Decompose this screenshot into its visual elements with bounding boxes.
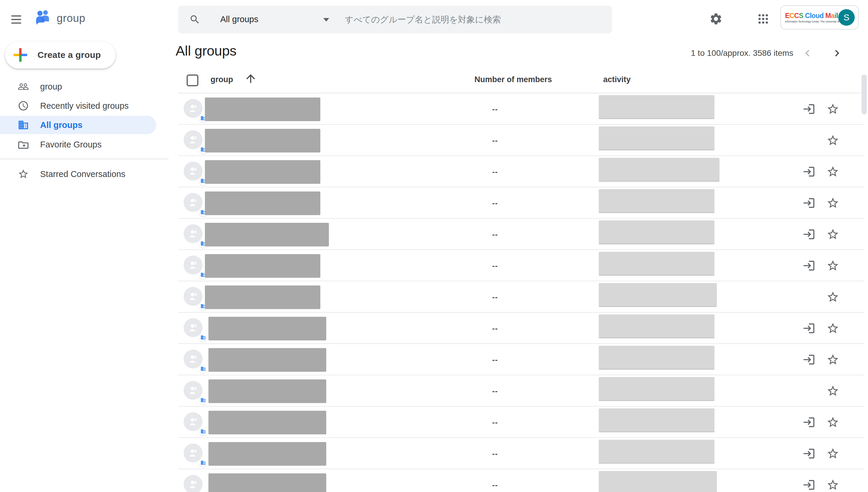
members-count: -- xyxy=(492,187,498,219)
table-row[interactable]: -- xyxy=(178,93,865,125)
brand-letter: l xyxy=(836,12,838,20)
table-row[interactable]: -- xyxy=(178,407,865,438)
sort-arrow-up-icon[interactable] xyxy=(244,72,257,86)
account-card[interactable]: ECCS Cloud Mail Information Technology C… xyxy=(780,5,859,29)
table-row[interactable]: -- xyxy=(178,438,865,469)
chevron-right-icon[interactable] xyxy=(831,47,843,60)
select-all-checkbox[interactable] xyxy=(187,74,199,86)
pagination-label: 1 to 100/approx. 3586 items xyxy=(691,48,793,58)
star-icon[interactable] xyxy=(826,385,839,397)
table-row[interactable]: -- xyxy=(178,250,865,281)
groups-table-body: -- -- xyxy=(178,93,865,492)
apps-grid-icon[interactable] xyxy=(753,8,774,29)
join-group-icon[interactable] xyxy=(803,228,815,241)
members-count: -- xyxy=(492,125,498,156)
search-input[interactable] xyxy=(345,6,605,33)
group-avatar xyxy=(184,287,203,306)
star-icon[interactable] xyxy=(826,102,839,116)
group-avatar xyxy=(184,99,203,118)
table-row[interactable]: -- xyxy=(178,469,865,492)
members-count: -- xyxy=(492,375,498,407)
star-icon[interactable] xyxy=(826,165,839,178)
sidebar-item-favorite-groups[interactable]: Favorite Groups xyxy=(0,136,156,154)
star-icon xyxy=(18,168,29,180)
table-row[interactable]: -- xyxy=(178,219,865,250)
chevron-down-icon[interactable] xyxy=(323,18,329,22)
sidebar-item-group[interactable]: group xyxy=(0,77,156,96)
group-name-redacted[interactable] xyxy=(208,348,326,372)
logo-text: group xyxy=(57,12,85,25)
group-name-redacted[interactable] xyxy=(208,473,326,492)
table-row[interactable]: -- xyxy=(178,125,865,156)
members-count: -- xyxy=(492,407,498,438)
chevron-left-icon[interactable] xyxy=(801,47,814,60)
join-group-icon[interactable] xyxy=(803,416,815,429)
group-avatar xyxy=(184,350,203,368)
group-name-redacted[interactable] xyxy=(205,129,320,152)
star-icon[interactable] xyxy=(826,259,839,272)
group-name-redacted[interactable] xyxy=(205,98,320,121)
join-group-icon[interactable] xyxy=(803,165,815,178)
activity-redacted xyxy=(599,95,714,119)
table-row[interactable]: -- xyxy=(178,344,865,375)
star-icon[interactable] xyxy=(826,322,839,335)
star-icon[interactable] xyxy=(826,416,839,429)
table-row[interactable]: -- xyxy=(178,375,865,407)
page-title: All groups xyxy=(176,43,236,59)
groups-logo[interactable]: group xyxy=(34,8,85,28)
search-bar: All groups xyxy=(178,6,612,33)
star-icon[interactable] xyxy=(826,447,839,460)
sidebar-item-all-groups[interactable]: All groups xyxy=(0,116,156,134)
group-name-redacted[interactable] xyxy=(205,254,320,278)
group-name-redacted[interactable] xyxy=(205,160,320,184)
table-row[interactable]: -- xyxy=(178,156,865,187)
column-header-group[interactable]: group xyxy=(211,75,233,84)
column-header-activity[interactable]: activity xyxy=(603,75,631,84)
star-icon[interactable] xyxy=(826,228,839,241)
group-name-redacted[interactable] xyxy=(205,286,320,309)
group-name-redacted[interactable] xyxy=(208,442,326,466)
group-name-redacted[interactable] xyxy=(205,192,320,215)
group-avatar xyxy=(184,224,203,243)
star-icon[interactable] xyxy=(826,291,839,303)
group-name-redacted[interactable] xyxy=(208,379,326,403)
group-avatar xyxy=(184,193,203,212)
sidebar-item-recently-visited[interactable]: Recently visited groups xyxy=(0,97,156,115)
join-group-icon[interactable] xyxy=(803,197,815,210)
join-group-icon[interactable] xyxy=(803,259,815,272)
join-group-icon[interactable] xyxy=(803,102,815,116)
join-group-icon[interactable] xyxy=(803,353,815,366)
activity-redacted xyxy=(599,283,717,307)
group-avatar xyxy=(184,130,203,149)
join-group-icon[interactable] xyxy=(803,447,815,460)
building-icon xyxy=(18,119,29,131)
group-name-redacted[interactable] xyxy=(208,317,326,340)
star-icon[interactable] xyxy=(826,197,839,210)
table-row[interactable]: -- xyxy=(178,281,865,313)
brand-letter: C xyxy=(794,12,799,20)
join-group-icon[interactable] xyxy=(803,478,815,491)
hamburger-menu-icon[interactable] xyxy=(11,12,27,27)
search-scope-dropdown[interactable]: All groups xyxy=(220,15,258,24)
join-group-icon[interactable] xyxy=(803,322,815,335)
pagination: 1 to 100/approx. 3586 items xyxy=(691,47,843,60)
group-name-redacted[interactable] xyxy=(208,411,326,434)
group-avatar xyxy=(184,381,203,400)
brand-title: ECCS Cloud Mail xyxy=(785,12,838,20)
star-icon[interactable] xyxy=(826,134,839,147)
create-group-button[interactable]: Create a group xyxy=(5,41,116,69)
group-name-redacted[interactable] xyxy=(205,223,329,246)
group-avatar xyxy=(184,318,203,337)
avatar[interactable]: S xyxy=(838,9,855,26)
star-icon[interactable] xyxy=(826,353,839,366)
search-icon[interactable] xyxy=(189,14,201,26)
scrollbar-thumb[interactable] xyxy=(862,74,867,114)
organization-badge-icon xyxy=(199,427,208,436)
star-icon[interactable] xyxy=(826,478,839,491)
table-row[interactable]: -- xyxy=(178,313,865,344)
settings-gear-icon[interactable] xyxy=(705,8,727,29)
group-avatar xyxy=(184,412,203,431)
table-row[interactable]: -- xyxy=(178,187,865,219)
column-header-members[interactable]: Number of members xyxy=(474,75,552,84)
sidebar-item-starred-conversations[interactable]: Starred Conversations xyxy=(0,165,156,183)
